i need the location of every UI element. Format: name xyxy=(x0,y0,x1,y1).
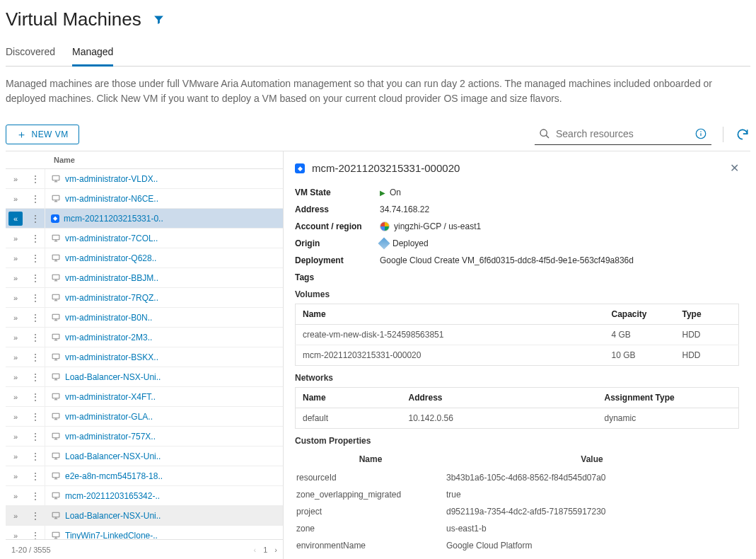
grid-col-name[interactable]: Name xyxy=(48,151,283,168)
table-row[interactable]: »⋮vm-administrator-BBJM.. xyxy=(6,268,283,288)
row-actions-icon[interactable]: ⋮ xyxy=(25,248,45,267)
row-name-link[interactable]: vm-administrator-2M3.. xyxy=(65,333,152,342)
row-actions-icon[interactable]: ⋮ xyxy=(25,427,45,446)
tab-managed[interactable]: Managed xyxy=(72,39,113,67)
row-actions-icon[interactable]: ⋮ xyxy=(25,446,45,466)
expand-icon[interactable]: » xyxy=(6,268,25,288)
row-name-link[interactable]: TinyWin7-LinkedClone-.. xyxy=(65,531,158,540)
row-name-link[interactable]: vm-administrator-GLA.. xyxy=(65,412,153,422)
expand-icon[interactable]: » xyxy=(6,248,25,268)
row-actions-icon[interactable]: ⋮ xyxy=(25,407,45,426)
pager: 1-20 / 3555 ‹ 1 › xyxy=(6,539,283,559)
row-actions-icon[interactable]: ⋮ xyxy=(25,169,45,188)
row-actions-icon[interactable]: ⋮ xyxy=(25,526,45,539)
expand-icon[interactable]: » xyxy=(6,486,25,506)
search-input[interactable] xyxy=(556,128,689,139)
expand-icon[interactable]: » xyxy=(6,189,25,209)
row-actions-icon[interactable]: ⋮ xyxy=(25,288,45,307)
row-name-link[interactable]: vm-administrator-B0N.. xyxy=(65,313,152,323)
grid-body[interactable]: »⋮vm-administrator-VLDX..»⋮vm-administra… xyxy=(6,169,283,539)
table-row[interactable]: »⋮vm-administrator-X4FT.. xyxy=(6,387,283,407)
table-row[interactable]: »⋮Load-Balancer-NSX-Uni.. xyxy=(6,506,283,526)
table-row[interactable]: »⋮TinyWin7-LinkedClone-.. xyxy=(6,526,283,539)
table-row[interactable]: »⋮vm-administrator-GLA.. xyxy=(6,407,283,427)
table-row[interactable]: »⋮vm-administrator-757X.. xyxy=(6,427,283,446)
refresh-icon[interactable] xyxy=(735,127,750,142)
row-actions-icon[interactable]: ⋮ xyxy=(25,328,45,347)
table-row[interactable]: »⋮mcm-20211203165342-.. xyxy=(6,486,283,506)
row-actions-icon[interactable]: ⋮ xyxy=(25,486,45,505)
table-row[interactable]: »⋮Load-Balancer-NSX-Uni.. xyxy=(6,446,283,466)
expand-icon[interactable]: » xyxy=(6,466,25,486)
table-row: environmentNameGoogle Cloud Platform xyxy=(296,538,738,553)
expand-icon[interactable]: » xyxy=(6,229,25,248)
collapse-icon[interactable]: « xyxy=(6,209,25,229)
expand-icon[interactable]: » xyxy=(6,427,25,446)
row-name-link[interactable]: vm-administrator-X4FT.. xyxy=(65,392,156,402)
vm-icon xyxy=(51,491,61,500)
row-name-link[interactable]: vm-administrator-VLDX.. xyxy=(65,174,158,184)
table-row[interactable]: «⋮◆mcm-20211203215331-0.. xyxy=(6,209,283,229)
row-name-link[interactable]: vm-administrator-7RQZ.. xyxy=(65,293,158,303)
expand-icon[interactable]: » xyxy=(6,367,25,387)
row-name-link[interactable]: vm-administrator-7COL.. xyxy=(65,234,158,243)
networks-col-address: Address xyxy=(402,388,598,408)
row-actions-icon[interactable]: ⋮ xyxy=(25,347,45,367)
row-actions-icon[interactable]: ⋮ xyxy=(25,466,45,485)
row-actions-icon[interactable]: ⋮ xyxy=(25,308,45,327)
filter-icon[interactable] xyxy=(153,13,165,25)
new-vm-button[interactable]: ＋ NEW VM xyxy=(6,125,79,144)
table-row[interactable]: »⋮Load-Balancer-NSX-Uni.. xyxy=(6,367,283,387)
table-row[interactable]: »⋮vm-administrator-7RQZ.. xyxy=(6,288,283,308)
expand-icon[interactable]: » xyxy=(6,407,25,427)
table-row[interactable]: »⋮vm-administrator-7COL.. xyxy=(6,229,283,248)
table-row[interactable]: »⋮vm-administrator-2M3.. xyxy=(6,328,283,347)
expand-icon[interactable]: » xyxy=(6,446,25,466)
row-name-link[interactable]: mcm-20211203215331-0.. xyxy=(64,214,163,224)
table-row[interactable]: »⋮vm-administrator-N6CE.. xyxy=(6,189,283,209)
expand-icon[interactable]: » xyxy=(6,328,25,347)
row-actions-icon[interactable]: ⋮ xyxy=(25,387,45,406)
row-name-link[interactable]: e2e-a8n-mcm545178-18.. xyxy=(65,471,163,481)
row-name-link[interactable]: mcm-20211203165342-.. xyxy=(65,491,160,501)
row-actions-icon[interactable]: ⋮ xyxy=(25,229,45,248)
row-name-link[interactable]: Load-Balancer-NSX-Uni.. xyxy=(65,511,161,521)
row-name-link[interactable]: vm-administrator-757X.. xyxy=(65,432,156,442)
grid-header: Name xyxy=(6,151,283,169)
pager-next-icon[interactable]: › xyxy=(274,546,277,554)
custom-props-table: Name Value resourceId3b43b1a6-105c-4d68-… xyxy=(295,450,739,559)
info-icon[interactable] xyxy=(694,126,707,142)
tab-discovered[interactable]: Discovered xyxy=(6,39,55,66)
expand-icon[interactable]: » xyxy=(6,288,25,308)
row-actions-icon[interactable]: ⋮ xyxy=(25,189,45,208)
table-row[interactable]: »⋮vm-administrator-BSKX.. xyxy=(6,347,283,367)
row-name-link[interactable]: vm-administrator-Q628.. xyxy=(65,253,156,263)
row-name-link[interactable]: vm-administrator-BBJM.. xyxy=(65,273,158,283)
new-vm-label: NEW VM xyxy=(31,129,68,139)
value-vm-state: On xyxy=(390,188,401,197)
search-box[interactable] xyxy=(535,123,711,145)
row-name-link[interactable]: vm-administrator-BSKX.. xyxy=(65,352,158,362)
svg-rect-5 xyxy=(52,175,59,180)
table-row[interactable]: »⋮vm-administrator-VLDX.. xyxy=(6,169,283,189)
row-actions-icon[interactable]: ⋮ xyxy=(25,367,45,386)
expand-icon[interactable]: » xyxy=(6,387,25,407)
row-name-link[interactable]: Load-Balancer-NSX-Uni.. xyxy=(65,372,161,382)
close-icon[interactable]: ✕ xyxy=(730,161,739,175)
gcp-icon xyxy=(380,221,390,231)
pager-prev-icon[interactable]: ‹ xyxy=(254,546,257,554)
row-actions-icon[interactable]: ⋮ xyxy=(25,209,45,228)
row-actions-icon[interactable]: ⋮ xyxy=(25,506,45,525)
expand-icon[interactable]: » xyxy=(6,308,25,328)
table-row[interactable]: »⋮vm-administrator-B0N.. xyxy=(6,308,283,328)
table-row[interactable]: »⋮vm-administrator-Q628.. xyxy=(6,248,283,268)
expand-icon[interactable]: » xyxy=(6,526,25,540)
row-name-link[interactable]: Load-Balancer-NSX-Uni.. xyxy=(65,451,161,461)
row-name-link[interactable]: vm-administrator-N6CE.. xyxy=(65,194,158,204)
expand-icon[interactable]: » xyxy=(6,506,25,526)
row-actions-icon[interactable]: ⋮ xyxy=(25,268,45,287)
expand-icon[interactable]: » xyxy=(6,347,25,367)
table-row[interactable]: »⋮e2e-a8n-mcm545178-18.. xyxy=(6,466,283,486)
svg-rect-29 xyxy=(52,354,59,359)
expand-icon[interactable]: » xyxy=(6,169,25,189)
